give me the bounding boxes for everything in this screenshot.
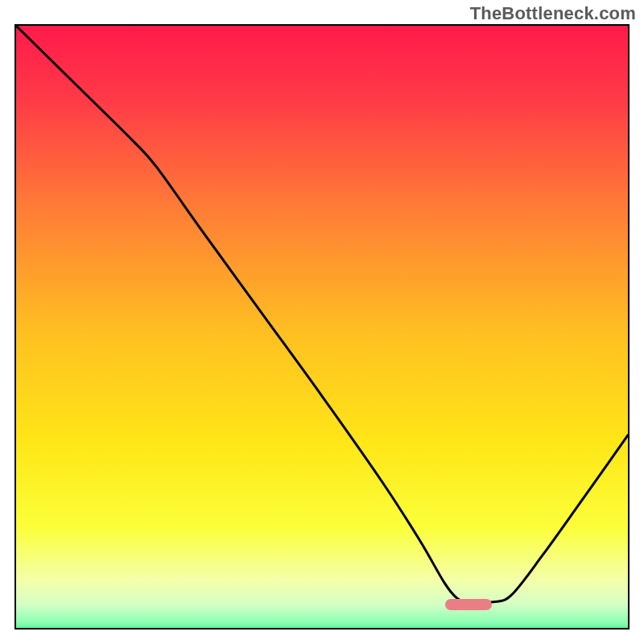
bottleneck-curve xyxy=(16,26,628,628)
optimal-marker xyxy=(445,599,492,610)
plot-area xyxy=(14,24,630,630)
chart-container: TheBottleneck.com xyxy=(0,0,644,644)
watermark-text: TheBottleneck.com xyxy=(470,3,636,24)
